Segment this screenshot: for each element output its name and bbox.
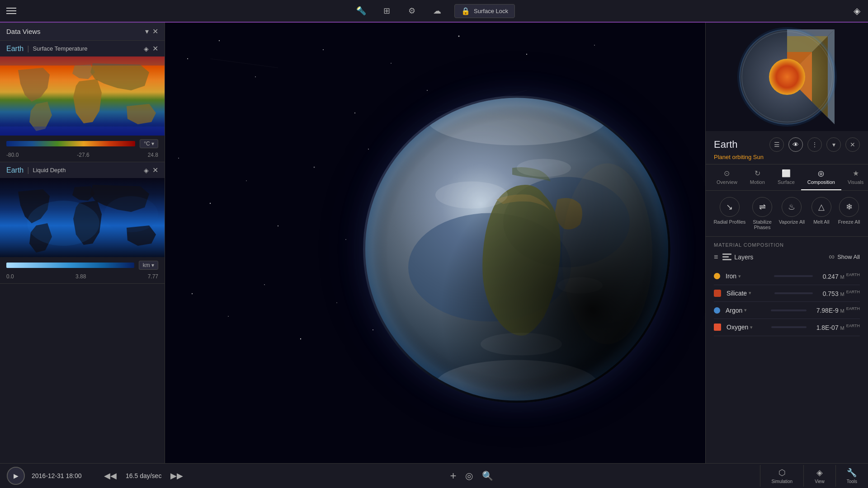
planet-info: Earth ☰ 👁 ⋮ ▾ ✕ Planet orbiting Sun [706,131,868,164]
svg-point-14 [458,36,460,37]
liquid-depth-card: Earth | Liquid Depth ◈ ✕ [0,162,165,284]
surface-temp-svg [0,56,165,136]
layers-button[interactable]: Layers [722,253,753,261]
svg-point-21 [246,180,247,181]
iron-amount: 0.247 [823,273,839,280]
vaporize-all-action[interactable]: ♨ Vaporize All [779,197,805,230]
planet-expand-button[interactable]: ▾ [826,137,841,152]
search-button[interactable]: 🔍 [482,470,493,481]
flashlight-icon[interactable]: 🔦 [353,3,369,19]
surface-icon: ⬜ [782,169,791,178]
layers-icon[interactable]: ⊞ [378,3,395,19]
filter-icon[interactable]: ≡ [714,253,718,261]
oxygen-value: 1.8E-07 M EARTH [816,324,860,331]
tab-composition[interactable]: ◎ Composition [801,164,841,190]
svg-point-13 [427,90,428,91]
show-all-button[interactable]: ∞ Show All [829,252,860,262]
liquid-gradient-bar [6,263,134,268]
temp-max: 24.8 [148,152,158,158]
view-button[interactable]: ◈ View [803,465,835,487]
liquid-mid: 3.88 [75,273,86,280]
tab-overview[interactable]: ⊙ Overview [710,164,744,190]
motion-icon: ↻ [755,169,760,178]
svg-point-4 [27,201,99,246]
cloud-icon[interactable]: ☁ [429,3,445,19]
planet-name-row: Earth ☰ 👁 ⋮ ▾ ✕ [714,137,860,152]
add-button[interactable]: + [450,469,456,482]
argon-label: Argon [726,307,742,314]
temp-mid: -27.6 [77,152,89,158]
liquid-depth-separator: | [27,166,29,174]
svg-point-60 [769,59,805,95]
stabilize-phases-action[interactable]: ⇌ StabilizePhases [752,197,772,230]
cross-section-svg [737,27,837,127]
liquid-depth-svg [0,178,165,257]
play-button[interactable]: ▶ [7,467,25,485]
liquid-depth-planet: Earth [6,166,24,174]
data-views-dropdown[interactable]: ▾ [145,27,149,36]
infinity-icon: ∞ [829,252,835,262]
tab-overview-label: Overview [717,179,737,185]
svg-point-8 [219,40,220,41]
liquid-depth-layers-icon[interactable]: ◈ [144,167,149,174]
iron-unit: M [840,274,844,280]
surface-temp-close[interactable]: ✕ [152,44,158,53]
data-views-close[interactable]: ✕ [152,27,158,36]
data-views-title: Data Views [6,28,142,35]
argon-chevron[interactable]: ▾ [744,307,747,313]
temp-unit-selector[interactable]: °C ▾ [140,139,158,148]
tab-surface[interactable]: ⬜ Surface [771,164,801,190]
earth-globe[interactable] [363,95,670,403]
planet-details-button[interactable]: ☰ [769,137,784,152]
planet-close-button[interactable]: ✕ [845,137,860,152]
silicate-row: Silicate ▾ 0.753 M EARTH [714,285,860,302]
liquid-unit-label: km [143,262,150,268]
svg-point-5 [104,196,158,232]
planet-visibility-button[interactable]: 👁 [788,137,803,152]
liquid-depth-close[interactable]: ✕ [152,166,158,174]
speed-unit-text: day/sec [140,472,161,479]
prev-button[interactable]: ◀◀ [104,471,117,481]
surface-temp-legend: °C ▾ [0,136,165,152]
menu-button[interactable] [0,0,23,22]
tab-visuals-label: Visuals [848,179,863,185]
temp-unit-chevron: ▾ [151,141,154,147]
oxygen-color-dot [714,324,721,331]
next-button[interactable]: ▶▶ [170,471,183,481]
iron-color-dot [714,273,720,279]
planet-more-button[interactable]: ⋮ [807,137,822,152]
temp-legend-values: -80.0 -27.6 24.8 [0,152,165,162]
liquid-depth-header: Earth | Liquid Depth ◈ ✕ [0,162,165,178]
play-icon: ▶ [14,472,19,479]
view-label: View [815,479,825,484]
liquid-unit-selector[interactable]: km ▾ [139,261,158,270]
time-display: 2016-12-31 18:00 [32,472,95,479]
target-button[interactable]: ◎ [465,470,473,481]
oxygen-label: Oxygen [726,324,748,331]
freeze-all-action[interactable]: ❄ Freeze All [838,197,860,230]
iron-chevron[interactable]: ▾ [738,273,741,279]
top-right-button[interactable]: ◈ [845,0,868,22]
composition-icon: ◎ [818,169,824,178]
radial-profiles-action[interactable]: ↘ Radial Profiles [713,197,745,230]
tools-button[interactable]: 🔧 Tools [835,465,868,487]
surface-temp-header: Earth | Surface Temperature ◈ ✕ [0,41,165,56]
iron-label: Iron [726,272,736,280]
tab-visuals[interactable]: ★ Visuals [841,164,868,190]
tab-motion[interactable]: ↻ Motion [744,164,771,190]
melt-all-action[interactable]: △ Melt All [811,197,831,230]
freeze-all-label: Freeze All [838,219,860,225]
oxygen-chevron[interactable]: ▾ [750,324,753,330]
planet-cross-section [706,23,868,131]
liquid-depth-legend: km ▾ [0,257,165,273]
surface-temp-layers-icon[interactable]: ◈ [144,45,149,52]
svg-point-18 [594,45,595,46]
planet-subtitle-text: Planet orbiting [714,154,751,160]
settings-icon[interactable]: ⚙ [404,3,420,19]
silicate-unit-earth: EARTH [846,290,860,294]
surface-lock-button[interactable]: 🔒 Surface Lock [454,4,515,18]
stabilize-phases-icon: ⇌ [752,197,772,217]
svg-point-10 [323,49,324,50]
simulation-button[interactable]: ⬡ Simulation [760,465,803,487]
silicate-chevron[interactable]: ▾ [749,290,751,296]
